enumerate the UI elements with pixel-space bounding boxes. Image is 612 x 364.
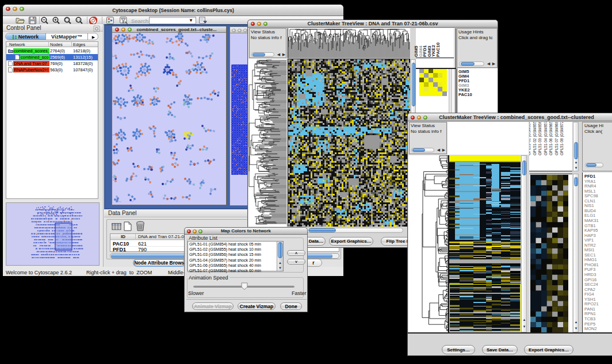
svg-text:1:1: 1:1 xyxy=(76,19,81,22)
